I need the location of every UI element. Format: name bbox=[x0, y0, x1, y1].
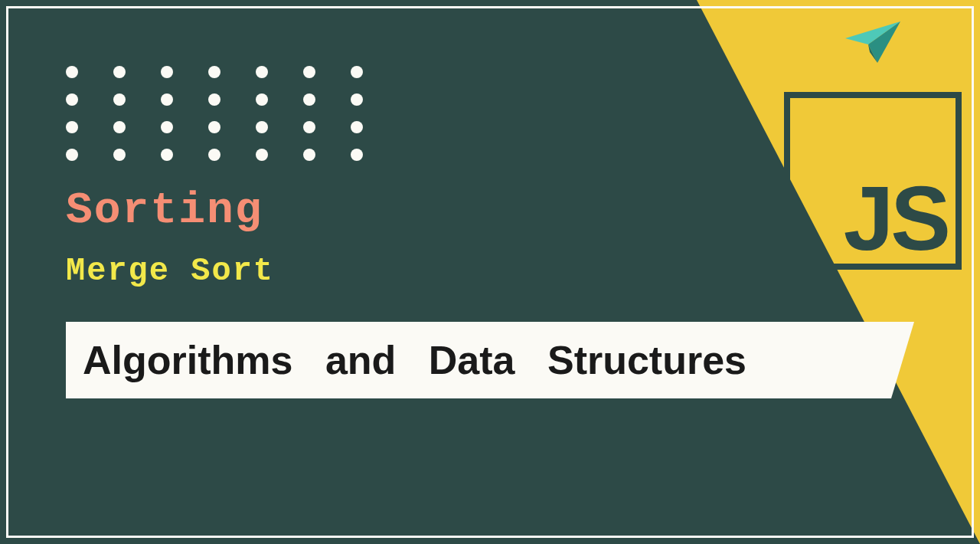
decor-dot bbox=[351, 66, 363, 78]
decor-dot bbox=[303, 93, 315, 106]
decor-dot bbox=[66, 149, 78, 161]
decor-dot bbox=[208, 66, 220, 78]
paper-plane-icon bbox=[845, 21, 900, 63]
decor-dot bbox=[113, 93, 126, 106]
js-logo: JS bbox=[784, 92, 962, 270]
decor-dot bbox=[303, 121, 315, 133]
decor-dot bbox=[208, 149, 220, 161]
banner-text: Algorithms and Data Structures bbox=[83, 337, 746, 383]
decor-dot bbox=[113, 149, 126, 161]
banner: Algorithms and Data Structures bbox=[66, 322, 914, 398]
decor-dot bbox=[161, 93, 173, 106]
decor-dot bbox=[66, 121, 78, 133]
decor-dot bbox=[351, 93, 363, 106]
decor-dot bbox=[256, 66, 268, 78]
title-primary: Sorting bbox=[66, 185, 263, 235]
decor-dot bbox=[351, 121, 363, 133]
decor-dot bbox=[161, 121, 173, 133]
accent-triangle bbox=[697, 0, 980, 544]
decor-dot bbox=[256, 93, 268, 106]
decor-dot bbox=[208, 121, 220, 133]
decor-dot bbox=[113, 66, 126, 78]
decor-dot bbox=[161, 149, 173, 161]
decor-dot bbox=[208, 93, 220, 106]
decor-dot bbox=[351, 149, 363, 161]
decor-dot bbox=[161, 66, 173, 78]
decor-dot bbox=[256, 121, 268, 133]
decor-dot bbox=[113, 121, 126, 133]
js-logo-text: JS bbox=[844, 178, 948, 259]
decor-dot bbox=[303, 66, 315, 78]
decor-dot bbox=[66, 66, 78, 78]
title-secondary: Merge Sort bbox=[66, 253, 274, 290]
decor-dot bbox=[66, 93, 78, 106]
decor-dot bbox=[256, 149, 268, 161]
dot-grid bbox=[66, 66, 363, 161]
decor-dot bbox=[303, 149, 315, 161]
